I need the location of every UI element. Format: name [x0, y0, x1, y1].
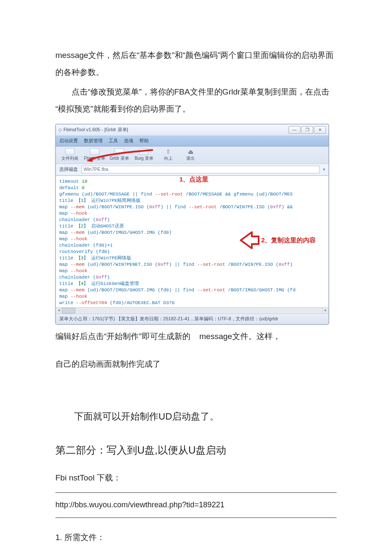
menu-item[interactable]: 帮助	[139, 138, 149, 144]
toolbar-label: 向上	[160, 155, 177, 161]
paragraph-2: 点击“修改预览菜单”，将你的FBA文件里的Grldr菜单复制到里面，在点击“模拟…	[55, 83, 337, 118]
svg-marker-1	[241, 232, 259, 248]
close-button[interactable]: ✕	[314, 126, 326, 134]
exit-icon: ⏏	[186, 148, 195, 155]
download-link[interactable]: http://bbs.wuyou.com/viewthread.php?tid=…	[55, 492, 337, 518]
menu-item[interactable]: 启动设置	[59, 138, 78, 144]
toolbar-label: 文件列表	[58, 155, 81, 161]
toolbar-up[interactable]: ⇧ 向上	[160, 148, 177, 161]
toolbar-label: Fbinst 菜单	[83, 155, 106, 161]
titlebar: ◇ FbinstTool v1.605 - [Grldr 菜单] — ❐ ✕	[56, 124, 329, 136]
paragraph-3: 编辑好后点击“开始制作”即可生成新的 message文件。这样，	[55, 328, 337, 345]
app-icon: ◇	[58, 127, 62, 132]
menubar: 启动设置 数据管理 工具 选项 帮助	[56, 136, 329, 147]
scroll-left-icon[interactable]: ◂	[56, 308, 62, 313]
list-icon	[90, 148, 99, 155]
scroll-right-icon[interactable]: ▸	[322, 308, 329, 313]
toolbar-burg-menu[interactable]: Burg 菜单	[133, 148, 156, 161]
chevron-down-icon[interactable]: ▾	[323, 167, 325, 172]
download-label: Fbi nstTool 下载：	[55, 469, 337, 486]
paragraph-1: message文件，然后在“基本参数”和“颜色编码”两个窗口里面编辑你的启动界面…	[55, 47, 337, 81]
part-title: 第二部分：写入到U盘,以便从U盘启动	[55, 440, 337, 461]
statusbar: 菜单大小占用：1761(字节) 【英文版】发布日期：25182-21-41，菜单…	[56, 313, 329, 324]
menu-item[interactable]: 工具	[109, 138, 118, 144]
list-icon	[115, 148, 124, 155]
window-title: FbinstTool v1.605 - [Grldr 菜单]	[63, 127, 128, 132]
annotation-2: 2、复制这里的内容	[240, 230, 316, 250]
annotation-2-text: 2、复制这里的内容	[261, 236, 316, 244]
menu-item[interactable]: 选项	[124, 138, 133, 144]
disk-label: 选择磁盘	[59, 166, 78, 172]
horizontal-scrollbar[interactable]: ◂ ▸	[56, 307, 329, 313]
code-editor[interactable]: 1、点这里 2、复制这里的内容 timeout 10 default 0 gfx…	[56, 175, 329, 307]
list-icon	[139, 148, 149, 155]
maximize-button[interactable]: ❐	[301, 126, 313, 134]
toolbar: 文件列表 Fbinst 菜单 Grldr 菜单 Burg 菜单 ⇧ 向上 ⏏ 退…	[56, 147, 329, 164]
disk-select-row: 选择磁盘 Win7PE.fba ▾	[56, 164, 329, 175]
toolbar-label: 退出	[182, 155, 199, 161]
toolbar-grldr-menu[interactable]: Grldr 菜单	[108, 148, 131, 161]
toolbar-file-list[interactable]: 文件列表	[58, 148, 81, 161]
list-item-1: 1. 所需文件：	[55, 529, 337, 546]
toolbar-fbinst-menu[interactable]: Fbinst 菜单	[83, 148, 106, 161]
scroll-thumb[interactable]	[62, 308, 75, 313]
up-icon: ⇧	[164, 148, 173, 155]
app-window: ◇ FbinstTool v1.605 - [Grldr 菜单] — ❐ ✕ 启…	[55, 124, 329, 325]
paragraph-4: 自己的启动画面就制作完成了	[55, 356, 337, 373]
menu-item[interactable]: 数据管理	[84, 138, 103, 144]
disk-combo[interactable]: Win7PE.fba	[81, 166, 320, 173]
minimize-button[interactable]: —	[288, 126, 300, 134]
annotation-arrow-2-icon	[240, 230, 259, 250]
list-icon	[65, 148, 75, 155]
toolbar-label: Burg 菜单	[133, 155, 156, 161]
toolbar-label: Grldr 菜单	[108, 155, 131, 161]
toolbar-exit[interactable]: ⏏ 退出	[182, 148, 199, 161]
section-title: 下面就可以开始制作UD启动盘了。	[55, 407, 337, 426]
annotation-1: 1、点这里	[179, 175, 208, 184]
